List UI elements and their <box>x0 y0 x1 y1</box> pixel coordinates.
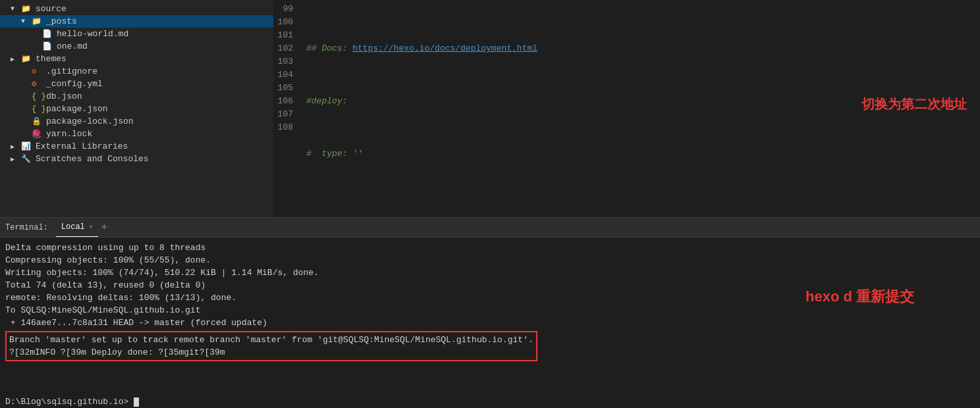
scratch-icon: 🔧 <box>21 154 33 164</box>
sidebar-item-package-lock[interactable]: 🔒 package-lock.json <box>0 115 273 128</box>
sidebar-item-label: .gitignore <box>46 66 97 76</box>
sidebar-item-yarn[interactable]: 🧶 yarn.lock <box>0 128 273 140</box>
arrow-icon: ▼ <box>11 5 21 13</box>
terminal-line-6: To SQLSQ:MineSQL/MineSQL.github.io.git <box>5 304 975 317</box>
line-numbers: 99 100 101 102 103 104 105 106 107 108 <box>273 0 301 217</box>
sidebar-item-label: External Libraries <box>36 141 128 151</box>
arrow-icon: ▶ <box>11 143 21 151</box>
code-line-101: # type: '' <box>306 147 975 161</box>
main-area: ▼ 📁 source ▼ 📁 _posts 📄 hello-world.md 📄… <box>0 0 980 217</box>
arrow-icon: ▶ <box>11 55 21 63</box>
sidebar-item-label: db.json <box>46 91 82 101</box>
file-tree: ▼ 📁 source ▼ 📁 _posts 📄 hello-world.md 📄… <box>0 0 273 217</box>
folder-icon: 📁 <box>32 16 43 26</box>
sidebar-item-label: hello-world.md <box>57 29 128 39</box>
sidebar-item-db[interactable]: { } db.json <box>0 90 273 103</box>
code-comment: ## Docs: <box>306 42 352 55</box>
cursor-icon: ▌ <box>134 397 139 407</box>
terminal-line-1: Delta compression using up to 8 threads <box>5 242 975 254</box>
tab-close-icon[interactable]: × <box>89 223 94 231</box>
sidebar-item-gitignore[interactable]: ⚙ .gitignore <box>0 65 273 78</box>
sidebar-item-label: Scratches and Consoles <box>36 154 149 164</box>
sidebar-item-label: themes <box>36 54 67 64</box>
file-md-icon: 📄 <box>42 29 54 39</box>
sidebar-item-package[interactable]: { } package.json <box>0 103 273 115</box>
sidebar-item-label: source <box>36 4 67 14</box>
folder-icon: 📁 <box>21 54 33 64</box>
terminal-wrapper: Terminal: Local × + Delta compression us… <box>0 217 980 408</box>
terminal-line-2: Compressing objects: 100% (55/55), done. <box>5 254 975 267</box>
tab-add-icon[interactable]: + <box>101 222 107 234</box>
folder-icon: 📁 <box>21 4 33 14</box>
prompt-text: D:\Blog\sqlsq.github.io> <box>5 397 128 407</box>
sidebar-item-label: _posts <box>46 16 77 26</box>
code-comment: # type: '' <box>306 147 363 161</box>
file-lock-icon: 🔒 <box>32 116 43 126</box>
sidebar-item-external-libraries[interactable]: ▶ 📊 External Libraries <box>0 140 273 153</box>
terminal-line-3: Writing objects: 100% (74/74), 510.22 Ki… <box>5 267 975 279</box>
sidebar-item-posts[interactable]: ▼ 📁 _posts <box>0 15 273 28</box>
sidebar-item-label: package.json <box>46 104 108 114</box>
terminal-label: Terminal: <box>5 223 48 232</box>
file-json-icon: { } <box>32 105 43 114</box>
editor: 99 100 101 102 103 104 105 106 107 108 #… <box>273 0 980 217</box>
sidebar-item-label: _config.yml <box>46 79 103 89</box>
code-line-99: ## Docs: https://hexo.io/docs/deployment… <box>306 42 975 55</box>
code-link: https://hexo.io/docs/deployment.html <box>352 42 537 55</box>
arrow-icon: ▶ <box>11 155 21 163</box>
sidebar-item-scratches[interactable]: ▶ 🔧 Scratches and Consoles <box>0 153 273 165</box>
file-json-icon: { } <box>32 92 43 101</box>
terminal-highlight-box: Branch 'master' set up to track remote b… <box>5 331 537 361</box>
sidebar-item-label: one.md <box>57 41 88 51</box>
sidebar-item-themes[interactable]: ▶ 📁 themes <box>0 53 273 65</box>
terminal-content: Delta compression using up to 8 threads … <box>0 238 980 395</box>
file-yarn-icon: 🧶 <box>32 129 43 139</box>
sidebar-item-hello-world[interactable]: 📄 hello-world.md <box>0 28 273 40</box>
terminal-tabs: Terminal: Local × + <box>0 218 980 238</box>
code-comment: #deploy: <box>306 95 347 108</box>
terminal-annotation: hexo d 重新提交 <box>805 290 914 303</box>
file-yml-icon: ⚙ <box>32 79 43 89</box>
sidebar-item-source[interactable]: ▼ 📁 source <box>0 3 273 15</box>
library-icon: 📊 <box>21 141 33 151</box>
sidebar-item-label: package-lock.json <box>46 116 134 126</box>
code-line-102 <box>306 200 975 213</box>
editor-annotation: 切换为第二次地址 <box>861 95 967 113</box>
terminal-line-8: Branch 'master' set up to track remote b… <box>9 334 533 346</box>
arrow-icon: ▼ <box>21 18 32 25</box>
file-git-icon: ⚙ <box>32 66 43 76</box>
terminal-prompt: D:\Blog\sqlsq.github.io> ▌ <box>0 395 980 408</box>
terminal-line-7: + 146aee7...7c8a131 HEAD -> master (forc… <box>5 317 975 329</box>
terminal-tab-local[interactable]: Local × <box>56 218 99 237</box>
terminal-line-9: ?[32mINFO ?[39m Deploy done: ?[35mgit?[3… <box>9 346 533 359</box>
sidebar-item-label: yarn.lock <box>46 129 92 139</box>
file-md-icon: 📄 <box>42 41 54 51</box>
sidebar-item-one[interactable]: 📄 one.md <box>0 40 273 53</box>
sidebar-item-config[interactable]: ⚙ _config.yml <box>0 78 273 90</box>
terminal-tab-label: Local <box>61 222 85 232</box>
